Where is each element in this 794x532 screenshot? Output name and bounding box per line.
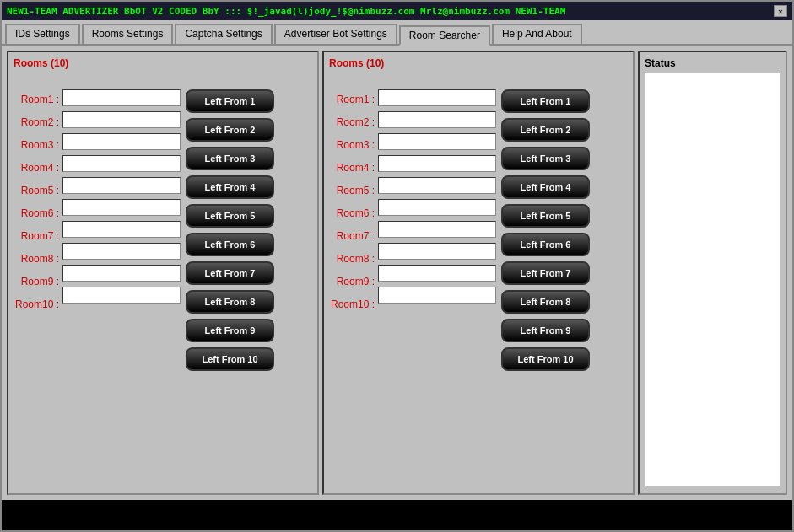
room-input-4[interactable]: [378, 155, 496, 172]
room-label-5: Room5 :: [329, 180, 378, 201]
room-label-3: Room3 :: [14, 135, 62, 155]
panel2-buttons: Left From 1Left From 2Left From 3Left Fr…: [496, 73, 590, 373]
room-input-7[interactable]: [62, 221, 181, 238]
left-from-btn-1[interactable]: Left From 1: [186, 89, 274, 113]
left-from-btn-8[interactable]: Left From 8: [501, 290, 590, 314]
room-input-1[interactable]: [378, 89, 496, 106]
status-area: [645, 73, 780, 486]
ticker-text: .jp :!! .:: You Can Be Best Dont Gu Up: [2, 505, 792, 526]
room-label-8: Room8 :: [14, 249, 62, 269]
room-label-6: Room6 :: [14, 203, 62, 223]
tab-captcha-settings[interactable]: Captcha Settings: [175, 24, 272, 44]
room-label-7: Room7 :: [14, 226, 62, 246]
room-label-8: Room8 :: [329, 249, 378, 269]
app-window: NEW1-TEAM ADVERTIZER BbOT V2 CODED BbY :…: [0, 0, 794, 532]
room-label-7: Room7 :: [329, 226, 378, 246]
left-from-btn-2[interactable]: Left From 2: [501, 118, 590, 142]
left-from-btn-10[interactable]: Left From 10: [501, 347, 590, 371]
room-input-6[interactable]: [378, 199, 496, 216]
room-input-4[interactable]: [62, 155, 181, 172]
room-input-2[interactable]: [378, 111, 496, 128]
tab-bar: IDs SettingsRooms SettingsCaptcha Settin…: [2, 20, 792, 46]
left-from-btn-6[interactable]: Left From 6: [501, 233, 590, 256]
close-button[interactable]: ✕: [774, 5, 787, 17]
left-from-btn-1[interactable]: Left From 1: [501, 89, 590, 113]
status-title: Status: [645, 57, 780, 69]
left-from-btn-5[interactable]: Left From 5: [501, 204, 590, 228]
room-label-2: Room2 :: [329, 112, 378, 132]
room-input-8[interactable]: [62, 243, 181, 260]
title-bar: NEW1-TEAM ADVERTIZER BbOT V2 CODED BbY :…: [2, 2, 792, 20]
tab-rooms-settings[interactable]: Rooms Settings: [82, 24, 174, 44]
room-input-1[interactable]: [62, 89, 181, 106]
left-from-btn-4[interactable]: Left From 4: [501, 175, 590, 199]
panel2-title: Rooms (10): [329, 57, 628, 69]
room-input-5[interactable]: [378, 177, 496, 194]
room-label-1: Room1 :: [14, 89, 62, 110]
room-input-3[interactable]: [62, 133, 181, 150]
tab-room-searcher[interactable]: Room Searcher: [399, 25, 490, 46]
panel2-labels: Room1 :Room2 :Room3 :Room4 :Room5 :Room6…: [329, 73, 378, 373]
left-from-btn-5[interactable]: Left From 5: [186, 204, 274, 228]
panel2-inputs: [378, 73, 496, 373]
left-from-btn-8[interactable]: Left From 8: [186, 290, 274, 314]
room-label-10: Room10 :: [329, 294, 378, 314]
main-content: Rooms (10) Room1 :Room2 :Room3 :Room4 :R…: [2, 46, 792, 500]
room-label-9: Room9 :: [14, 271, 62, 292]
left-from-btn-9[interactable]: Left From 9: [501, 319, 590, 342]
room-input-5[interactable]: [62, 177, 181, 194]
room-label-1: Room1 :: [329, 89, 378, 110]
tab-help-and-about[interactable]: Help And About: [492, 24, 582, 44]
ticker-bar: .jp :!! .:: You Can Be Best Dont Gu Up: [2, 500, 792, 530]
room-input-6[interactable]: [62, 199, 181, 216]
panel1-buttons: Left From 1Left From 2Left From 3Left Fr…: [181, 73, 274, 373]
room-label-4: Room4 :: [14, 158, 62, 178]
room-input-9[interactable]: [378, 265, 496, 282]
room-label-5: Room5 :: [14, 180, 62, 201]
title-bar-text: NEW1-TEAM ADVERTIZER BbOT V2 CODED BbY :…: [7, 6, 774, 17]
panel1-inputs: [62, 73, 181, 373]
room-label-10: Room10 :: [14, 294, 62, 314]
left-from-btn-7[interactable]: Left From 7: [186, 261, 274, 285]
left-from-btn-3[interactable]: Left From 3: [186, 147, 274, 170]
left-from-btn-4[interactable]: Left From 4: [186, 175, 274, 199]
room-label-4: Room4 :: [329, 158, 378, 178]
left-from-btn-2[interactable]: Left From 2: [186, 118, 274, 142]
panel1-title: Rooms (10): [14, 57, 312, 69]
room-input-8[interactable]: [378, 243, 496, 260]
room-label-2: Room2 :: [14, 112, 62, 132]
room-label-9: Room9 :: [329, 271, 378, 292]
room-label-3: Room3 :: [329, 135, 378, 155]
room-input-9[interactable]: [62, 265, 181, 282]
room-input-10[interactable]: [378, 287, 496, 304]
tab-ids-settings[interactable]: IDs Settings: [5, 24, 80, 44]
left-from-btn-10[interactable]: Left From 10: [186, 347, 274, 371]
tab-advertiser-bot-settings[interactable]: Advertiser Bot Settings: [274, 24, 397, 44]
status-panel: Status: [638, 51, 787, 495]
panel1-inner: Room1 :Room2 :Room3 :Room4 :Room5 :Room6…: [14, 73, 312, 373]
panel1-labels: Room1 :Room2 :Room3 :Room4 :Room5 :Room6…: [14, 73, 62, 373]
room-label-6: Room6 :: [329, 203, 378, 223]
room-input-3[interactable]: [378, 133, 496, 150]
rooms-panel-2: Rooms (10) Room1 :Room2 :Room3 :Room4 :R…: [322, 51, 635, 495]
left-from-btn-3[interactable]: Left From 3: [501, 147, 590, 170]
rooms-panel-1: Rooms (10) Room1 :Room2 :Room3 :Room4 :R…: [7, 51, 319, 495]
left-from-btn-6[interactable]: Left From 6: [186, 233, 274, 256]
room-input-2[interactable]: [62, 111, 181, 128]
left-from-btn-7[interactable]: Left From 7: [501, 261, 590, 285]
room-input-10[interactable]: [62, 287, 181, 304]
panel2-inner: Room1 :Room2 :Room3 :Room4 :Room5 :Room6…: [329, 73, 628, 373]
room-input-7[interactable]: [378, 221, 496, 238]
left-from-btn-9[interactable]: Left From 9: [186, 319, 274, 342]
